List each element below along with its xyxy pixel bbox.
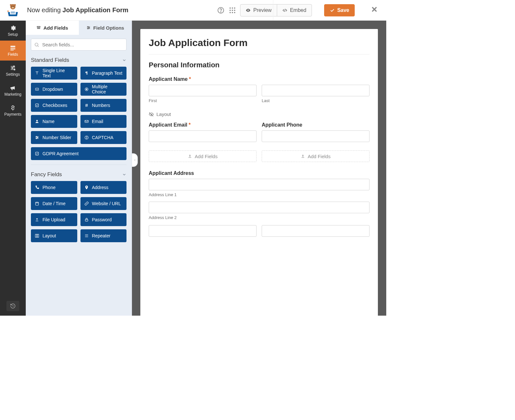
svg-point-43 <box>86 138 87 138</box>
section-fancy-fields[interactable]: Fancy Fields <box>31 169 126 181</box>
save-button[interactable]: Save <box>324 4 355 16</box>
sublabel-addr2: Address Line 2 <box>149 215 370 220</box>
svg-point-37 <box>36 120 38 121</box>
svg-point-16 <box>234 10 235 11</box>
field-repeater[interactable]: Repeater <box>80 229 127 242</box>
field-address[interactable]: Address <box>80 181 127 194</box>
input-address-2[interactable] <box>149 202 370 213</box>
input-city[interactable] <box>149 225 257 237</box>
dollar-icon <box>10 105 16 111</box>
sliders-icon <box>10 65 16 71</box>
sliders-icon <box>35 135 39 140</box>
nav-label: Setup <box>8 32 18 37</box>
section-standard-fields[interactable]: Standard Fields <box>31 55 126 67</box>
input-first-name[interactable] <box>149 85 257 96</box>
svg-point-35 <box>86 89 87 90</box>
input-address-1[interactable] <box>149 179 370 190</box>
nav-label: Payments <box>4 112 21 117</box>
megaphone-icon <box>10 85 16 91</box>
eye-off-icon <box>149 112 154 117</box>
field-website-url[interactable]: Website / URL <box>80 197 127 210</box>
tab-add-fields[interactable]: Add Fields <box>26 21 79 35</box>
layout-indicator[interactable]: Layout <box>149 111 370 117</box>
mail-icon <box>84 119 89 124</box>
svg-point-40 <box>37 137 38 138</box>
chevron-down-icon <box>122 172 126 177</box>
field-layout[interactable]: Layout <box>31 229 77 242</box>
nav-label: Fields <box>8 52 18 57</box>
nav-settings[interactable]: Settings <box>0 61 26 81</box>
apps-grid-icon[interactable] <box>229 6 236 14</box>
app-logo[interactable] <box>0 0 26 20</box>
field-number-slider[interactable]: Number Slider <box>31 131 77 144</box>
svg-rect-45 <box>35 202 38 205</box>
close-button[interactable] <box>368 5 381 15</box>
gear-icon <box>10 25 16 31</box>
input-last-name[interactable] <box>262 85 370 96</box>
layout-icon <box>35 234 39 238</box>
search-input[interactable] <box>31 39 126 51</box>
field-paragraph-text[interactable]: Paragraph Text <box>80 67 127 80</box>
text-icon <box>35 71 39 75</box>
svg-rect-33 <box>35 88 38 91</box>
svg-point-2 <box>14 4 16 6</box>
svg-point-11 <box>229 7 231 9</box>
field-single-line-text[interactable]: Single Line Text <box>31 67 77 80</box>
svg-rect-8 <box>11 13 15 13</box>
help-icon[interactable] <box>217 6 225 14</box>
svg-rect-6 <box>10 11 16 14</box>
field-numbers[interactable]: Numbers <box>80 99 127 112</box>
field-date-time[interactable]: Date / Time <box>31 197 77 210</box>
nav-label: Marketing <box>5 92 22 97</box>
svg-rect-46 <box>85 219 88 221</box>
svg-point-27 <box>14 69 15 70</box>
editing-title: Now editing Job Application Form <box>27 6 128 14</box>
svg-rect-38 <box>85 120 88 123</box>
field-phone[interactable]: Phone <box>31 181 77 194</box>
field-password[interactable]: Password <box>80 213 127 226</box>
dropzone-add-fields-left[interactable]: Add Fields <box>149 150 257 162</box>
search-fields[interactable] <box>31 39 126 51</box>
collapse-sidebar-handle[interactable] <box>132 153 138 167</box>
pin-icon <box>84 185 89 190</box>
form-section-title: Personal Information <box>149 61 370 69</box>
nav-marketing[interactable]: Marketing <box>0 81 26 100</box>
sublabel-last: Last <box>262 98 370 103</box>
svg-point-4 <box>14 6 14 6</box>
dropzone-add-fields-right[interactable]: Add Fields <box>262 150 370 162</box>
embed-button[interactable]: Embed <box>277 4 312 16</box>
tab-field-options[interactable]: Field Options <box>79 21 132 35</box>
preview-button[interactable]: Preview <box>240 4 277 16</box>
check-icon <box>35 103 39 108</box>
field-captcha[interactable]: CAPTCHA <box>80 131 127 144</box>
input-state[interactable] <box>262 225 370 237</box>
input-applicant-email[interactable] <box>149 130 257 142</box>
history-button[interactable] <box>6 301 19 311</box>
svg-point-14 <box>229 10 231 11</box>
field-name[interactable]: Name <box>31 115 77 128</box>
phone-icon <box>35 185 39 190</box>
svg-rect-21 <box>11 46 15 47</box>
svg-point-19 <box>234 12 235 13</box>
field-multiple-choice[interactable]: Multiple Choice <box>80 83 127 96</box>
svg-rect-47 <box>35 234 37 237</box>
chevron-down-icon <box>122 58 126 62</box>
svg-point-25 <box>14 66 14 67</box>
field-file-upload[interactable]: File Upload <box>31 213 77 226</box>
input-applicant-phone[interactable] <box>262 130 370 142</box>
field-gdpr-agreement[interactable]: GDPR Agreement <box>31 147 126 160</box>
link-icon <box>84 201 89 206</box>
svg-point-15 <box>232 10 233 11</box>
nav-fields[interactable]: Fields <box>0 41 26 61</box>
nav-setup[interactable]: Setup <box>0 21 26 41</box>
check-icon <box>330 8 335 13</box>
svg-point-26 <box>12 67 13 68</box>
field-dropdown[interactable]: Dropdown <box>31 83 77 96</box>
field-checkboxes[interactable]: Checkboxes <box>31 99 77 112</box>
svg-rect-22 <box>11 48 15 48</box>
svg-rect-24 <box>11 50 14 50</box>
nav-payments[interactable]: Payments <box>0 100 26 120</box>
check-square-icon <box>35 151 39 156</box>
svg-rect-28 <box>37 26 40 27</box>
field-email[interactable]: Email <box>80 115 127 128</box>
